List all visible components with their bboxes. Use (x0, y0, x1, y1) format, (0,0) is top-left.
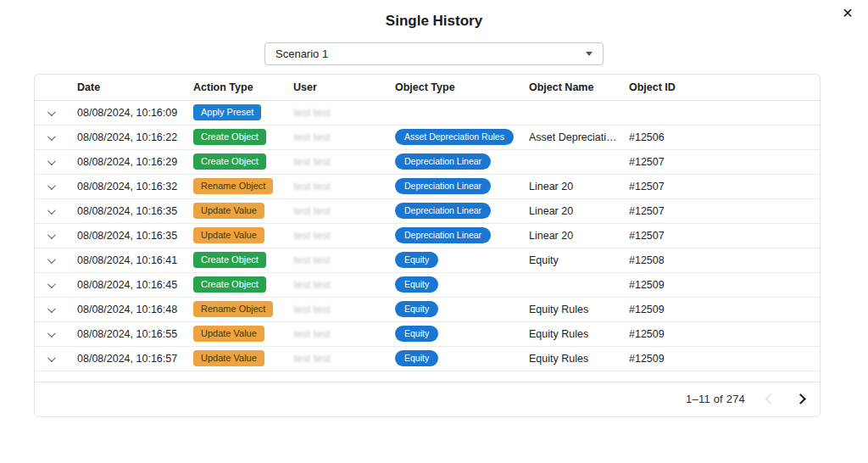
header-expand-column (35, 75, 77, 100)
row-date: 08/08/2024, 10:16:45 (77, 272, 193, 297)
table-header-row: Date Action Type User Object Type Object… (35, 75, 820, 100)
object-type-badge: Depreciation Linear (395, 178, 491, 194)
header-object-name: Object Name (529, 75, 629, 100)
row-object-id: #12507 (629, 223, 820, 248)
row-object-name (529, 100, 629, 125)
action-type-badge: Update Value (193, 326, 264, 342)
header-date: Date (77, 75, 193, 100)
action-type-badge: Update Value (193, 227, 264, 243)
object-type-badge: Equity (395, 276, 438, 293)
row-date: 08/08/2024, 10:16:57 (77, 346, 193, 371)
header-action-type: Action Type (193, 75, 293, 100)
header-user: User (293, 75, 395, 100)
row-expand-chevron-icon[interactable] (47, 108, 56, 116)
object-type-badge: Depreciation Linear (395, 203, 491, 219)
action-type-badge: Update Value (193, 350, 264, 366)
row-object-name: Equity Rules (529, 346, 629, 371)
row-expand-chevron-icon[interactable] (47, 304, 56, 313)
row-object-name: Linear 20 (529, 174, 629, 198)
action-type-badge: Apply Preset (193, 104, 261, 120)
row-object-id: #12509 (629, 272, 820, 297)
single-history-dialog: ✕ Single History Scenario 1 Date Action … (0, 0, 868, 463)
row-date: 08/08/2024, 10:16:32 (77, 174, 193, 198)
object-type-badge: Depreciation Linear (395, 153, 491, 170)
scenario-select[interactable]: Scenario 1 (264, 42, 604, 65)
row-object-name: Equity (529, 248, 629, 272)
row-user: test test (293, 156, 331, 168)
action-type-badge: Rename Object (193, 178, 273, 194)
row-user: test test (293, 107, 331, 119)
object-type-badge: Asset Depreciation Rules (395, 129, 514, 145)
row-object-name: Equity Rules (529, 297, 629, 321)
scenario-select-value: Scenario 1 (275, 47, 328, 60)
row-user: test test (293, 230, 331, 242)
row-object-name: Linear 20 (529, 198, 629, 223)
table-row: 08/08/2024, 10:16:29 Create Object test … (35, 149, 820, 174)
row-user: test test (293, 205, 331, 217)
row-expand-chevron-icon[interactable] (47, 132, 56, 141)
row-date: 08/08/2024, 10:16:35 (77, 223, 193, 248)
row-object-name (529, 272, 629, 297)
row-expand-chevron-icon[interactable] (47, 206, 56, 215)
header-object-type: Object Type (395, 75, 529, 100)
history-table: Date Action Type User Object Type Object… (35, 75, 820, 371)
row-date: 08/08/2024, 10:16:41 (77, 248, 193, 272)
row-expand-chevron-icon[interactable] (47, 354, 56, 362)
row-object-id: #12506 (629, 125, 820, 149)
table-row: 08/08/2024, 10:16:45 Create Object test … (35, 272, 820, 297)
row-object-id: #12507 (629, 149, 820, 174)
object-type-badge: Equity (395, 252, 438, 268)
row-object-id: #12508 (629, 248, 820, 272)
row-user: test test (293, 328, 331, 340)
table-row: 08/08/2024, 10:16:48 Rename Object test … (35, 297, 820, 321)
close-icon[interactable]: ✕ (838, 4, 857, 23)
action-type-badge: Rename Object (193, 301, 273, 317)
row-object-id: #12509 (629, 297, 820, 321)
action-type-badge: Create Object (193, 252, 266, 268)
row-object-id: #12507 (629, 198, 820, 223)
pagination-label: 1–11 of 274 (686, 393, 745, 405)
row-date: 08/08/2024, 10:16:22 (77, 125, 193, 149)
next-page-icon[interactable] (795, 393, 806, 404)
row-object-id (629, 100, 820, 125)
row-expand-chevron-icon[interactable] (47, 329, 56, 337)
row-object-name: Asset Depreciatio… (529, 125, 629, 149)
object-type-badge: Equity (395, 350, 438, 366)
object-type-badge: Equity (395, 326, 438, 342)
table-row: 08/08/2024, 10:16:22 Create Object test … (35, 125, 820, 149)
header-object-id: Object ID (629, 75, 820, 100)
action-type-badge: Create Object (193, 129, 266, 145)
history-table-card: Date Action Type User Object Type Object… (34, 74, 821, 417)
table-row: 08/08/2024, 10:16:57 Update Value test t… (35, 346, 820, 371)
chevron-down-icon (586, 52, 593, 56)
row-user: test test (293, 279, 331, 291)
row-expand-chevron-icon[interactable] (47, 255, 56, 264)
row-date: 08/08/2024, 10:16:09 (77, 100, 193, 125)
row-user: test test (293, 304, 331, 315)
row-object-id: #12507 (629, 174, 820, 198)
row-expand-chevron-icon[interactable] (47, 157, 56, 165)
table-footer-spacer (35, 371, 820, 382)
row-date: 08/08/2024, 10:16:29 (77, 149, 193, 174)
row-expand-chevron-icon[interactable] (47, 181, 56, 190)
row-user: test test (293, 353, 331, 365)
object-type-badge: Equity (395, 301, 438, 317)
row-object-name (529, 149, 629, 174)
row-expand-chevron-icon[interactable] (47, 231, 56, 239)
table-row: 08/08/2024, 10:16:55 Update Value test t… (35, 321, 820, 346)
row-expand-chevron-icon[interactable] (47, 280, 56, 288)
table-row: 08/08/2024, 10:16:09 Apply Preset test t… (35, 100, 820, 125)
table-row: 08/08/2024, 10:16:35 Update Value test t… (35, 223, 820, 248)
action-type-badge: Create Object (193, 153, 266, 170)
row-date: 08/08/2024, 10:16:55 (77, 321, 193, 346)
row-object-name: Equity Rules (529, 321, 629, 346)
action-type-badge: Create Object (193, 276, 266, 293)
row-object-name: Linear 20 (529, 223, 629, 248)
previous-page-icon[interactable] (765, 393, 776, 404)
row-user: test test (293, 131, 331, 143)
row-object-id: #12509 (629, 321, 820, 346)
history-table-body: 08/08/2024, 10:16:09 Apply Preset test t… (35, 100, 820, 371)
page-title: Single History (0, 0, 868, 30)
row-object-id: #12509 (629, 346, 820, 371)
row-user: test test (293, 181, 331, 192)
